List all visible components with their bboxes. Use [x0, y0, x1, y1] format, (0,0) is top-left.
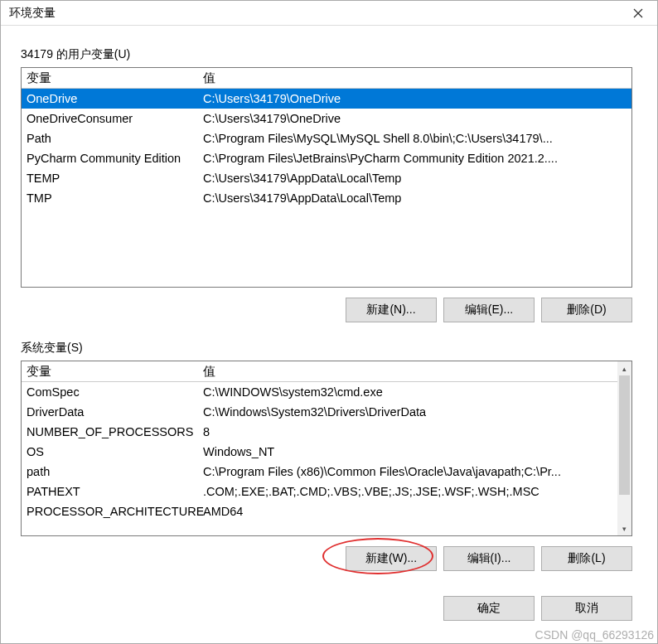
cell-value: 8	[203, 422, 612, 442]
system-new-button[interactable]: 新建(W)...	[346, 546, 437, 571]
col-header-value[interactable]: 值	[203, 361, 612, 381]
cell-variable: PyCharm Community Edition	[27, 148, 203, 168]
cell-variable: ComSpec	[27, 382, 203, 402]
system-scrollbar[interactable]: ▴ ▾	[617, 361, 631, 535]
table-row[interactable]: ComSpecC:\WINDOWS\system32\cmd.exe	[22, 382, 617, 402]
cell-value: .COM;.EXE;.BAT;.CMD;.VBS;.VBE;.JS;.JSE;.…	[203, 482, 612, 501]
user-table-header: 变量 值	[22, 68, 631, 89]
cell-value: C:\Users\34179\OneDrive	[203, 109, 627, 128]
system-edit-button[interactable]: 编辑(I)...	[443, 546, 535, 571]
user-vars-buttons: 新建(N)... 编辑(E)... 删除(D)	[21, 298, 632, 322]
user-vars-label: 34179 的用户变量(U)	[21, 47, 632, 62]
scroll-down-icon[interactable]: ▾	[617, 521, 631, 535]
content: 34179 的用户变量(U) 变量 值 OneDriveC:\Users\341…	[1, 26, 657, 621]
scroll-up-icon[interactable]: ▴	[617, 361, 631, 375]
cancel-button[interactable]: 取消	[541, 596, 632, 621]
table-row[interactable]: PathC:\Program Files\MySQL\MySQL Shell 8…	[22, 128, 631, 148]
table-row[interactable]: NUMBER_OF_PROCESSORS8	[22, 422, 617, 442]
table-row[interactable]: OneDriveConsumerC:\Users\34179\OneDrive	[22, 109, 631, 128]
system-table-header: 变量 值	[22, 361, 617, 382]
cell-value: C:\Windows\System32\Drivers\DriverData	[203, 402, 612, 422]
cell-variable: PROCESSOR_ARCHITECTURE	[27, 501, 203, 521]
window-title: 环境变量	[9, 6, 56, 21]
col-header-variable[interactable]: 变量	[27, 361, 203, 381]
cell-value: C:\Users\34179\AppData\Local\Temp	[203, 188, 627, 208]
cell-variable: OneDriveConsumer	[27, 109, 203, 128]
cell-value: Windows_NT	[203, 442, 612, 462]
cell-variable: OneDrive	[27, 89, 203, 109]
cell-variable: OS	[27, 442, 203, 462]
cell-variable: DriverData	[27, 402, 203, 422]
dialog-buttons: 确定 取消	[21, 596, 632, 621]
table-row[interactable]: OSWindows_NT	[22, 442, 617, 462]
scroll-thumb[interactable]	[619, 375, 630, 495]
user-new-button[interactable]: 新建(N)...	[346, 298, 437, 322]
cell-value: C:\Users\34179\OneDrive	[203, 89, 627, 109]
cell-value: AMD64	[203, 501, 612, 521]
table-row[interactable]: TEMPC:\Users\34179\AppData\Local\Temp	[22, 168, 631, 188]
cell-variable: NUMBER_OF_PROCESSORS	[27, 422, 203, 442]
close-icon[interactable]	[619, 1, 657, 26]
table-row[interactable]: DriverDataC:\Windows\System32\Drivers\Dr…	[22, 402, 617, 422]
col-header-variable[interactable]: 变量	[27, 68, 203, 88]
cell-variable: path	[27, 462, 203, 482]
scroll-track[interactable]	[617, 375, 631, 521]
table-row[interactable]: OneDriveC:\Users\34179\OneDrive	[22, 89, 631, 109]
table-row[interactable]: TMPC:\Users\34179\AppData\Local\Temp	[22, 188, 631, 208]
titlebar: 环境变量	[1, 1, 657, 26]
watermark: CSDN @qq_66293126	[535, 628, 654, 642]
cell-value: C:\Program Files\MySQL\MySQL Shell 8.0\b…	[203, 128, 627, 148]
user-vars-table[interactable]: 变量 值 OneDriveC:\Users\34179\OneDriveOneD…	[21, 67, 632, 288]
system-delete-button[interactable]: 删除(L)	[541, 546, 632, 571]
cell-value: C:\Users\34179\AppData\Local\Temp	[203, 168, 627, 188]
system-vars-label: 系统变量(S)	[21, 341, 632, 356]
table-row[interactable]: pathC:\Program Files (x86)\Common Files\…	[22, 462, 617, 482]
system-vars-buttons: 新建(W)... 编辑(I)... 删除(L)	[21, 546, 632, 571]
system-vars-table[interactable]: 变量 值 ComSpecC:\WINDOWS\system32\cmd.exeD…	[21, 361, 632, 536]
cell-variable: Path	[27, 128, 203, 148]
cell-variable: PATHEXT	[27, 482, 203, 501]
ok-button[interactable]: 确定	[443, 596, 535, 621]
cell-variable: TEMP	[27, 168, 203, 188]
table-row[interactable]: PROCESSOR_ARCHITECTUREAMD64	[22, 501, 617, 521]
cell-value: C:\WINDOWS\system32\cmd.exe	[203, 382, 612, 402]
user-edit-button[interactable]: 编辑(E)...	[443, 298, 535, 322]
cell-value: C:\Program Files (x86)\Common Files\Orac…	[203, 462, 612, 482]
cell-value: C:\Program Files\JetBrains\PyCharm Commu…	[203, 148, 627, 168]
user-delete-button[interactable]: 删除(D)	[541, 298, 632, 322]
table-row[interactable]: PATHEXT.COM;.EXE;.BAT;.CMD;.VBS;.VBE;.JS…	[22, 482, 617, 501]
col-header-value[interactable]: 值	[203, 68, 627, 88]
cell-variable: TMP	[27, 188, 203, 208]
table-row[interactable]: PyCharm Community EditionC:\Program File…	[22, 148, 631, 168]
